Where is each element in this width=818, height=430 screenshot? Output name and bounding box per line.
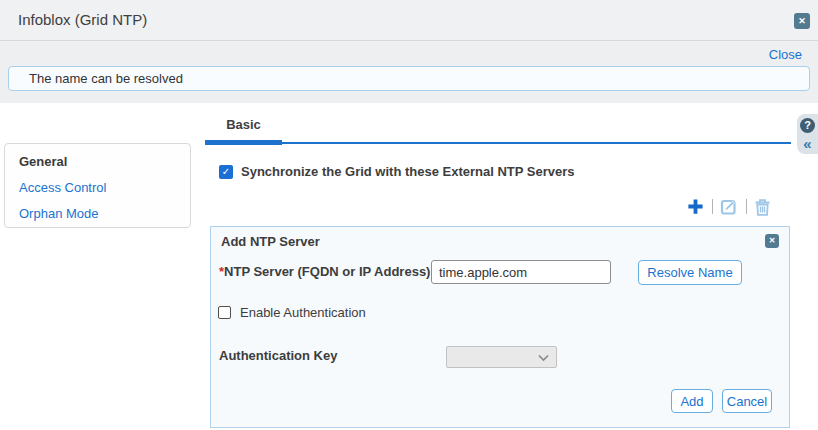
toolbar-separator xyxy=(746,199,747,214)
sync-ntp-row: ✓ Synchronize the Grid with these Extern… xyxy=(219,164,575,179)
edit-icon xyxy=(720,197,739,216)
add-ntp-server-panel: Add NTP Server ✕ *NTP Server (FQDN or IP… xyxy=(210,226,790,428)
tab-divider-line xyxy=(205,142,791,144)
dialog-close-button[interactable]: ✕ xyxy=(794,13,810,29)
chevrons-left-icon[interactable]: « xyxy=(803,137,811,150)
check-icon: ✓ xyxy=(222,166,230,177)
help-strip: ? « xyxy=(797,114,818,154)
edit-server-button[interactable] xyxy=(720,197,739,216)
tab-active-indicator xyxy=(205,140,282,145)
panel-footer: Add Cancel xyxy=(671,389,772,413)
server-list-toolbar xyxy=(686,197,771,216)
trash-icon xyxy=(754,198,771,216)
sync-ntp-checkbox[interactable]: ✓ xyxy=(219,165,233,179)
dialog-content: Basic ? « General Access Control Orphan … xyxy=(0,103,818,430)
enable-auth-row: Enable Authentication xyxy=(218,305,366,320)
close-link[interactable]: Close xyxy=(769,47,802,62)
sync-ntp-label: Synchronize the Grid with these External… xyxy=(241,164,575,179)
close-icon: ✕ xyxy=(798,16,806,26)
panel-close-button[interactable]: ✕ xyxy=(765,234,779,248)
dialog-titlebar: Infoblox (Grid NTP) ✕ xyxy=(0,0,818,41)
dialog-subheader: Close The name can be resolved xyxy=(0,41,818,103)
enable-auth-checkbox[interactable] xyxy=(218,306,231,319)
sidebar-item-access-control[interactable]: Access Control xyxy=(19,175,190,201)
enable-auth-label: Enable Authentication xyxy=(240,305,366,320)
resolve-name-button[interactable]: Resolve Name xyxy=(638,260,742,285)
delete-server-button[interactable] xyxy=(754,198,771,216)
ntp-server-input[interactable] xyxy=(431,260,611,284)
authentication-key-select[interactable] xyxy=(446,346,557,368)
page-title: Infoblox (Grid NTP) xyxy=(18,11,147,28)
close-icon: ✕ xyxy=(769,236,776,245)
sidebar-item-general[interactable]: General xyxy=(19,149,190,175)
notice-message: The name can be resolved xyxy=(29,71,183,86)
add-button[interactable]: Add xyxy=(671,389,713,413)
sidebar: General Access Control Orphan Mode xyxy=(4,143,191,228)
chevron-down-icon xyxy=(538,354,549,362)
grid-ntp-dialog: Infoblox (Grid NTP) ✕ Close The name can… xyxy=(0,0,818,430)
auth-key-label: Authentication Key xyxy=(219,348,337,363)
toolbar-separator xyxy=(712,199,713,214)
ntp-server-label: *NTP Server (FQDN or IP Address) xyxy=(219,264,430,279)
notice-banner: The name can be resolved xyxy=(8,66,810,91)
help-icon[interactable]: ? xyxy=(800,118,815,133)
plus-icon xyxy=(686,197,705,216)
sidebar-item-orphan-mode[interactable]: Orphan Mode xyxy=(19,201,190,227)
cancel-button[interactable]: Cancel xyxy=(722,389,772,413)
tab-basic[interactable]: Basic xyxy=(205,117,282,132)
add-server-button[interactable] xyxy=(686,197,705,216)
panel-title: Add NTP Server xyxy=(221,234,320,249)
